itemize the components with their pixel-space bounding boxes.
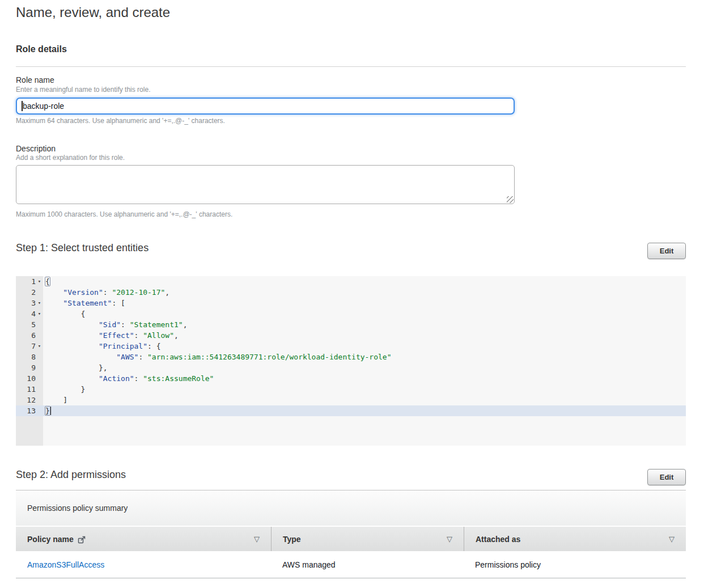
line-number-gutter: 8	[16, 352, 43, 362]
line-number-gutter: 3▾	[16, 298, 43, 308]
code-line[interactable]: 12 ]	[16, 395, 686, 405]
text-cursor	[22, 101, 23, 111]
fold-arrow-icon[interactable]: ▾	[36, 276, 43, 287]
page-title: Name, review, and create	[16, 5, 170, 20]
permissions-table-header: Policy name ▽ Type ▽ Attached as ▽	[16, 527, 686, 551]
role-name-input-wrap	[16, 98, 515, 115]
trust-policy-lines: 1▾{2 "Version": "2012-10-17",3▾ "Stateme…	[16, 276, 686, 416]
line-number-gutter: 5	[16, 319, 43, 330]
line-number-gutter: 4▾	[16, 308, 43, 319]
sort-filter-icon[interactable]: ▽	[447, 535, 452, 543]
code-line[interactable]: 11 }	[16, 384, 686, 395]
code-line[interactable]: 2 "Version": "2012-10-17",	[16, 287, 686, 298]
description-constraint: Maximum 1000 characters. Use alphanumeri…	[16, 210, 232, 218]
fold-arrow-icon[interactable]: ▾	[36, 308, 43, 319]
line-number-gutter: 9	[16, 362, 43, 373]
code-line[interactable]: 6 "Effect": "Allow",	[16, 330, 686, 341]
role-details-heading: Role details	[16, 44, 67, 54]
external-link-icon	[78, 536, 86, 544]
column-header-policy-name[interactable]: Policy name ▽	[16, 527, 271, 551]
table-row: AmazonS3FullAccess AWS managed Permissio…	[16, 551, 686, 578]
code-line[interactable]: 1▾{	[16, 276, 686, 287]
trust-policy-editor[interactable]: 1▾{2 "Version": "2012-10-17",3▾ "Stateme…	[16, 276, 686, 446]
code-line[interactable]: 5 "Sid": "Statement1",	[16, 319, 686, 330]
description-hint: Add a short explanation for this role.	[16, 154, 125, 162]
line-number-gutter: 13	[16, 405, 43, 416]
policy-name-cell: AmazonS3FullAccess	[16, 560, 271, 569]
line-number-gutter: 2	[16, 287, 43, 298]
role-name-hint: Enter a meaningful name to identify this…	[16, 86, 150, 94]
fold-arrow-icon[interactable]: ▾	[36, 298, 43, 308]
role-name-input[interactable]	[16, 98, 515, 115]
section-divider	[16, 66, 686, 67]
code-line[interactable]: 9 },	[16, 362, 686, 373]
code-line[interactable]: 13}	[16, 405, 686, 416]
attached-as-cell: Permissions policy	[464, 560, 686, 569]
description-textarea[interactable]	[16, 165, 515, 204]
code-line[interactable]: 3▾ "Statement": [	[16, 298, 686, 308]
line-number-gutter: 6	[16, 330, 43, 341]
line-number-gutter: 7▾	[16, 341, 43, 352]
line-number-gutter: 10	[16, 373, 43, 384]
policy-type-cell: AWS managed	[271, 560, 464, 569]
permissions-panel-title: Permissions policy summary	[27, 504, 128, 513]
permissions-summary-panel: Permissions policy summary	[16, 490, 686, 526]
role-name-constraint: Maximum 64 characters. Use alphanumeric …	[16, 117, 225, 125]
sort-filter-icon[interactable]: ▽	[254, 535, 260, 543]
column-header-type[interactable]: Type ▽	[271, 527, 464, 551]
step1-edit-button[interactable]: Edit	[647, 243, 686, 259]
code-line[interactable]: 8 "AWS": "arn:aws:iam::541263489771:role…	[16, 352, 686, 362]
sort-filter-icon[interactable]: ▽	[669, 535, 675, 543]
code-line[interactable]: 7▾ "Principal": {	[16, 341, 686, 352]
step2-heading: Step 2: Add permissions	[16, 469, 126, 481]
line-number-gutter: 12	[16, 395, 43, 405]
step2-edit-button[interactable]: Edit	[647, 469, 686, 485]
name-review-create-page: Name, review, and create Role details Ro…	[0, 0, 704, 588]
fold-arrow-icon[interactable]: ▾	[36, 341, 43, 352]
line-number-gutter: 11	[16, 384, 43, 395]
line-number-gutter: 1▾	[16, 276, 43, 287]
description-label: Description	[16, 144, 56, 153]
code-line[interactable]: 4▾ {	[16, 308, 686, 319]
role-name-label: Role name	[16, 75, 54, 84]
column-header-attached-as[interactable]: Attached as ▽	[464, 527, 686, 551]
permissions-table: Policy name ▽ Type ▽ Attached as ▽ Amazo…	[16, 527, 686, 578]
policy-link[interactable]: AmazonS3FullAccess	[27, 560, 104, 569]
step1-heading: Step 1: Select trusted entities	[16, 242, 149, 254]
code-line[interactable]: 10 "Action": "sts:AssumeRole"	[16, 373, 686, 384]
